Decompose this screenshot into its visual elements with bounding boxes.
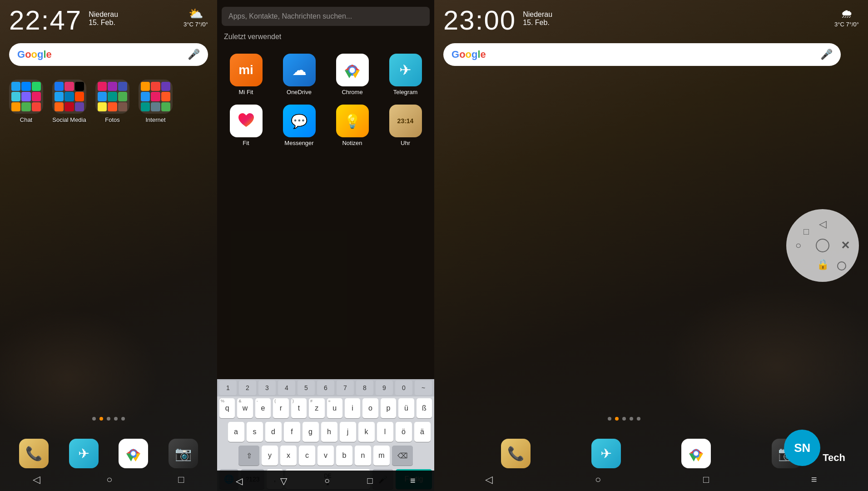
key-shift[interactable]: ⇧: [238, 446, 259, 466]
left-dot-1[interactable]: [92, 417, 96, 421]
key-2[interactable]: 2: [239, 381, 256, 395]
key-oe[interactable]: ö: [396, 422, 412, 442]
float-close-btn[interactable]: ✕: [841, 239, 850, 252]
key-b[interactable]: b: [336, 446, 352, 466]
key-y[interactable]: y: [262, 446, 278, 466]
folder-fotos[interactable]: Fotos: [95, 80, 129, 123]
key-g[interactable]: g: [303, 422, 319, 442]
right-dot-5[interactable]: [637, 417, 640, 421]
key-3[interactable]: 3: [258, 381, 276, 395]
key-n[interactable]: n: [355, 446, 371, 466]
key-tilde[interactable]: ~: [415, 381, 432, 395]
key-c[interactable]: c: [299, 446, 315, 466]
key-1[interactable]: 1: [219, 381, 237, 395]
key-j[interactable]: j: [340, 422, 356, 442]
key-ae[interactable]: ä: [414, 422, 431, 442]
left-dock-telegram[interactable]: ✈: [69, 439, 99, 468]
left-status-info: Niederau 15. Feb.: [89, 10, 118, 27]
search-input-area[interactable]: Apps, Kontakte, Nachrichten suchen...: [222, 7, 430, 26]
center-nav-home[interactable]: ▽: [280, 476, 287, 486]
key-p[interactable]: p: [381, 398, 396, 418]
key-9[interactable]: 9: [376, 381, 393, 395]
folder-chat[interactable]: Chat: [9, 80, 43, 123]
left-dock-chrome[interactable]: [119, 439, 148, 468]
app-item-uhr[interactable]: 23:14 Uhr: [379, 100, 432, 151]
key-r[interactable]: (r: [273, 398, 288, 418]
left-dot-5[interactable]: [121, 417, 125, 421]
key-e[interactable]: -e: [255, 398, 271, 418]
key-v[interactable]: v: [317, 446, 334, 466]
right-dock-telegram[interactable]: ✈: [591, 439, 621, 468]
key-h[interactable]: h: [321, 422, 337, 442]
left-nav-bar: ◁ ○ □: [0, 468, 217, 491]
key-x[interactable]: x: [280, 446, 297, 466]
app-item-onedrive[interactable]: ☁ OneDrive: [273, 49, 326, 100]
left-nav-back[interactable]: ◁: [33, 474, 40, 486]
key-u[interactable]: =u: [327, 398, 342, 418]
left-dot-3[interactable]: [107, 417, 110, 421]
right-dock-chrome[interactable]: [681, 439, 711, 468]
key-w[interactable]: &w: [237, 398, 253, 418]
right-dot-3[interactable]: [622, 417, 626, 421]
key-i[interactable]: i: [345, 398, 360, 418]
left-dock-phone[interactable]: 📞: [19, 439, 49, 468]
float-control-widget[interactable]: ◁ ✕ 🔒 ○ □: [786, 209, 859, 282]
right-dot-1[interactable]: [608, 417, 611, 421]
key-s[interactable]: s: [247, 422, 263, 442]
key-0[interactable]: 0: [395, 381, 412, 395]
key-z[interactable]: #z: [309, 398, 324, 418]
float-circle-btn[interactable]: ○: [795, 240, 801, 251]
right-nav-back[interactable]: ◁: [485, 474, 493, 486]
left-nav-recent[interactable]: □: [178, 474, 184, 486]
center-nav-back[interactable]: ◁: [236, 476, 243, 486]
left-google-bar[interactable]: Google 🎤: [9, 43, 208, 66]
right-mic-icon[interactable]: 🎤: [820, 49, 833, 60]
right-google-bar[interactable]: Google 🎤: [443, 43, 841, 66]
app-item-mifit[interactable]: mi Mi Fit: [219, 49, 273, 100]
left-dot-2[interactable]: [99, 417, 103, 421]
float-back-btn[interactable]: ◁: [819, 218, 827, 230]
key-6[interactable]: 6: [317, 381, 334, 395]
key-4[interactable]: 4: [278, 381, 295, 395]
left-nav-home[interactable]: ○: [106, 474, 112, 486]
float-square-btn[interactable]: □: [804, 226, 809, 237]
center-nav-recent[interactable]: ○: [324, 476, 330, 486]
key-7[interactable]: 7: [337, 381, 354, 395]
folder-social-media[interactable]: Social Media: [52, 80, 86, 123]
right-dock-phone[interactable]: 📞: [501, 439, 531, 468]
right-nav-menu[interactable]: ≡: [811, 474, 817, 486]
right-dot-4[interactable]: [630, 417, 633, 421]
left-dot-4[interactable]: [114, 417, 118, 421]
right-dot-2[interactable]: [615, 417, 619, 421]
float-lock-btn[interactable]: 🔒: [817, 259, 829, 271]
left-dock-camera[interactable]: 📷: [169, 439, 198, 468]
key-a[interactable]: a: [228, 422, 244, 442]
app-item-telegram[interactable]: ✈ Telegram: [379, 49, 432, 100]
key-backspace[interactable]: ⌫: [392, 446, 413, 466]
key-ue[interactable]: ü: [398, 398, 414, 418]
key-8[interactable]: 8: [356, 381, 373, 395]
key-t[interactable]: )t: [291, 398, 307, 418]
float-center-btn[interactable]: [816, 239, 829, 252]
key-ss[interactable]: ß: [417, 398, 432, 418]
google-logo: Google: [17, 49, 52, 60]
right-nav-recent[interactable]: □: [703, 474, 709, 486]
key-f[interactable]: f: [284, 422, 300, 442]
app-item-messenger[interactable]: 💬 Messenger: [273, 100, 326, 151]
key-q[interactable]: %q: [219, 398, 235, 418]
left-mic-icon[interactable]: 🎤: [188, 49, 200, 60]
key-m[interactable]: m: [373, 446, 390, 466]
app-item-chrome[interactable]: Chrome: [326, 49, 379, 100]
center-nav-square[interactable]: □: [367, 476, 373, 486]
app-item-notizen[interactable]: 💡 Notizen: [326, 100, 379, 151]
key-l[interactable]: l: [377, 422, 393, 442]
app-item-fit[interactable]: Fit: [219, 100, 273, 151]
key-o[interactable]: o: [362, 398, 378, 418]
key-5[interactable]: 5: [298, 381, 315, 395]
right-nav-home[interactable]: ○: [595, 474, 601, 486]
float-dot-btn[interactable]: [837, 261, 846, 271]
folder-internet[interactable]: Internet: [139, 80, 173, 123]
key-k[interactable]: k: [358, 422, 375, 442]
center-nav-menu[interactable]: ≡: [410, 476, 416, 486]
key-d[interactable]: d: [265, 422, 282, 442]
